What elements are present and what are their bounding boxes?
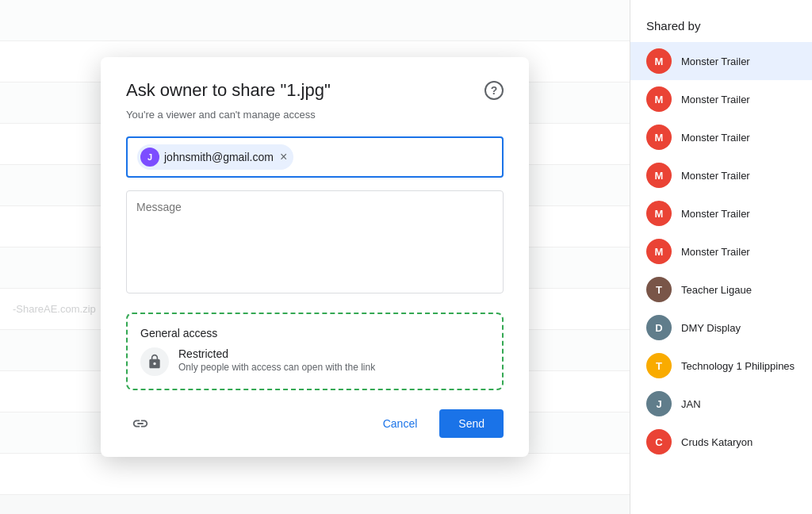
avatar-5: M xyxy=(646,239,672,264)
shared-by-item-9[interactable]: J JAN xyxy=(630,385,812,423)
avatar-0: M xyxy=(646,48,672,74)
modal-footer: Cancel Send xyxy=(126,409,504,438)
access-info: Restricted Only people with access can o… xyxy=(178,347,375,373)
access-description: Only people with access can open with th… xyxy=(178,362,375,373)
access-type: Restricted xyxy=(178,347,375,360)
general-access-box: General access Restricted Only people wi… xyxy=(126,313,504,390)
shared-by-name-6: Teacher Ligaue xyxy=(681,284,752,296)
avatar-6: T xyxy=(646,277,672,302)
avatar-10: C xyxy=(646,429,672,455)
shared-by-item-2[interactable]: M Monster Trailer xyxy=(630,118,812,156)
shared-by-item-6[interactable]: T Teacher Ligaue xyxy=(630,270,812,309)
shared-by-item-4[interactable]: M Monster Trailer xyxy=(630,194,812,232)
shared-by-name-3: Monster Trailer xyxy=(681,170,750,182)
send-button[interactable]: Send xyxy=(439,409,504,438)
lock-icon xyxy=(147,354,163,370)
email-chip: J johnsmith@gmail.com × xyxy=(137,144,293,170)
shared-by-name-0: Monster Trailer xyxy=(681,56,750,67)
link-icon xyxy=(132,415,149,432)
copy-link-button[interactable] xyxy=(126,409,155,438)
avatar-7: D xyxy=(646,315,672,340)
modal-backdrop: Ask owner to share "1.jpg" ? You're a vi… xyxy=(0,0,630,514)
avatar-2: M xyxy=(646,125,672,150)
share-dialog: Ask owner to share "1.jpg" ? You're a vi… xyxy=(101,57,529,457)
avatar-1: M xyxy=(646,86,672,112)
modal-header: Ask owner to share "1.jpg" ? xyxy=(126,79,504,102)
avatar-4: M xyxy=(646,201,672,226)
chip-close-button[interactable]: × xyxy=(280,151,287,163)
footer-actions: Cancel Send xyxy=(370,409,504,438)
access-row: Restricted Only people with access can o… xyxy=(140,347,489,376)
email-input-container[interactable]: J johnsmith@gmail.com × xyxy=(126,136,504,178)
avatar-3: M xyxy=(646,163,672,188)
shared-by-name-1: Monster Trailer xyxy=(681,94,750,105)
message-input[interactable] xyxy=(126,190,504,293)
cancel-button[interactable]: Cancel xyxy=(370,411,431,436)
shared-by-item-1[interactable]: M Monster Trailer xyxy=(630,80,812,118)
shared-by-name-4: Monster Trailer xyxy=(681,208,750,220)
shared-by-name-2: Monster Trailer xyxy=(681,132,750,144)
general-access-title: General access xyxy=(140,327,489,339)
modal-subtitle: You're a viewer and can't manage access xyxy=(126,109,504,121)
shared-by-item-3[interactable]: M Monster Trailer xyxy=(630,156,812,194)
help-icon[interactable]: ? xyxy=(485,81,504,100)
lock-icon-wrap xyxy=(140,347,169,376)
shared-by-sidebar: Shared by M Monster Trailer M Monster Tr… xyxy=(630,0,812,514)
shared-by-list: M Monster Trailer M Monster Trailer M Mo… xyxy=(630,42,812,461)
avatar-8: T xyxy=(646,353,672,378)
shared-by-name-8: Technology 1 Philippines xyxy=(681,360,795,372)
shared-by-item-7[interactable]: D DMY Display xyxy=(630,309,812,347)
chip-email: johnsmith@gmail.com xyxy=(164,151,274,163)
shared-by-name-5: Monster Trailer xyxy=(681,246,750,258)
shared-by-name-9: JAN xyxy=(681,398,701,410)
avatar-9: J xyxy=(646,391,672,416)
shared-by-item-0[interactable]: M Monster Trailer xyxy=(630,42,812,80)
shared-by-name-7: DMY Display xyxy=(681,322,741,334)
shared-by-item-10[interactable]: C Cruds Kataryon xyxy=(630,423,812,461)
modal-title: Ask owner to share "1.jpg" xyxy=(126,79,331,102)
shared-by-title: Shared by xyxy=(630,13,812,42)
shared-by-name-10: Cruds Kataryon xyxy=(681,436,753,448)
shared-by-item-5[interactable]: M Monster Trailer xyxy=(630,232,812,270)
chip-avatar: J xyxy=(140,148,159,167)
shared-by-item-8[interactable]: T Technology 1 Philippines xyxy=(630,347,812,385)
